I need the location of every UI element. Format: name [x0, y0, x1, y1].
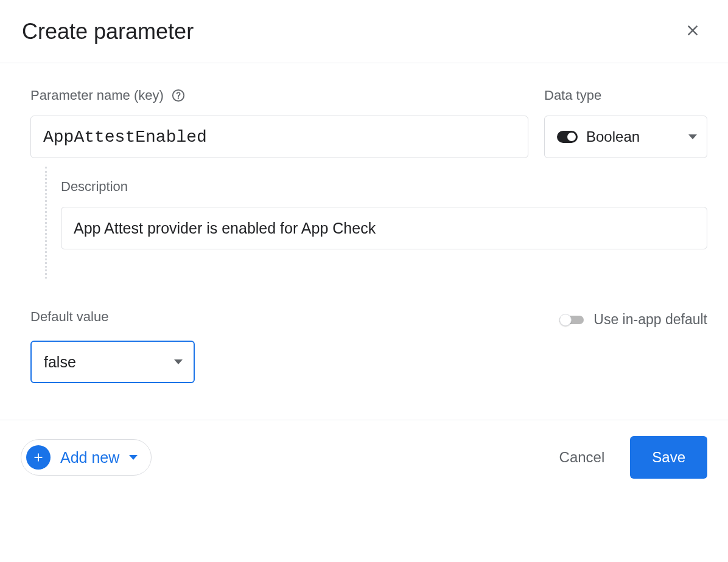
- default-value-select[interactable]: false: [30, 341, 195, 383]
- description-area: Description: [30, 167, 707, 279]
- default-value-selected: false: [44, 353, 76, 371]
- data-type-select[interactable]: Boolean: [544, 116, 707, 158]
- help-icon[interactable]: [171, 88, 186, 103]
- parameter-name-label-text: Parameter name (key): [30, 88, 164, 103]
- default-value-row: Default value false Use in-app default: [30, 309, 707, 383]
- parameter-name-label: Parameter name (key): [30, 88, 528, 103]
- close-button[interactable]: [679, 17, 706, 46]
- plus-circle-icon: [26, 445, 51, 470]
- boolean-type-icon: [557, 131, 578, 143]
- data-type-label: Data type: [544, 88, 707, 103]
- chevron-down-icon: [688, 134, 697, 139]
- data-type-selected: Boolean: [586, 128, 680, 145]
- toggle-switch-off-icon: [559, 314, 584, 326]
- dialog-footer: Add new Cancel Save: [0, 420, 728, 503]
- in-app-default-label: Use in-app default: [593, 311, 707, 328]
- create-parameter-dialog: Create parameter Parameter name (key) Da…: [0, 0, 728, 503]
- chevron-down-icon: [129, 455, 138, 460]
- cancel-button[interactable]: Cancel: [555, 443, 610, 472]
- row-name-and-type: Parameter name (key) Data type Boolean: [30, 88, 707, 158]
- description-input[interactable]: [61, 207, 707, 249]
- tree-rail: [30, 167, 61, 279]
- default-value-label: Default value: [30, 309, 195, 325]
- footer-actions: Cancel Save: [555, 436, 707, 479]
- in-app-default-toggle[interactable]: Use in-app default: [559, 311, 707, 328]
- dialog-body: Parameter name (key) Data type Boolean: [0, 63, 728, 420]
- dialog-title: Create parameter: [22, 19, 194, 44]
- save-button[interactable]: Save: [630, 436, 707, 479]
- close-icon: [684, 22, 701, 41]
- description-label: Description: [61, 179, 707, 195]
- data-type-field: Data type Boolean: [544, 88, 707, 158]
- add-new-label: Add new: [60, 449, 119, 467]
- add-new-button[interactable]: Add new: [21, 439, 152, 476]
- parameter-name-field: Parameter name (key): [30, 88, 528, 158]
- chevron-down-icon: [174, 359, 183, 364]
- dialog-header: Create parameter: [0, 0, 728, 63]
- parameter-name-input[interactable]: [30, 116, 528, 158]
